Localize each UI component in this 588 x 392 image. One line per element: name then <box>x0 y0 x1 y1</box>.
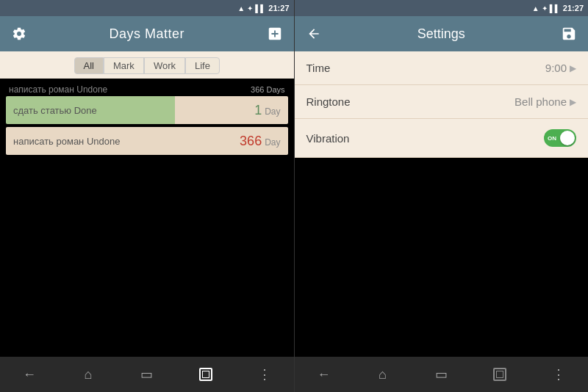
right-panel: ▲ ✦ ▌▌ 21:27 Settings Time 9:00 ▶ <box>295 0 589 392</box>
settings-row-vibration[interactable]: Vibration ON <box>295 119 589 158</box>
screenshot-button-left[interactable] <box>176 357 235 392</box>
item-count: 1 Day <box>254 103 280 118</box>
ringtone-label: Ringtone <box>306 95 351 108</box>
signal-icon-right: ▲ <box>532 4 539 12</box>
settings-row-time[interactable]: Time 9:00 ▶ <box>295 51 589 85</box>
settings-title: Settings <box>324 26 559 42</box>
summary-row: написать роман Undone 366 Days <box>6 81 288 96</box>
filter-tabs: All Mark Work Life <box>0 51 294 79</box>
settings-row-ringtone[interactable]: Ringtone Bell phone ▶ <box>295 85 589 119</box>
time-value: 9:00 ▶ <box>545 62 576 74</box>
filter-all[interactable]: All <box>74 57 104 74</box>
status-time-left: 21:27 <box>268 4 289 12</box>
status-bar-right: ▲ ✦ ▌▌ 21:27 <box>295 0 589 16</box>
save-icon <box>561 26 577 42</box>
wifi-icon: ✦ <box>247 4 253 12</box>
gear-button[interactable] <box>9 23 29 44</box>
nav-bar-right: ← ⌂ ▭ ⋮ <box>295 357 589 392</box>
back-button-right[interactable]: ← <box>295 357 354 392</box>
screenshot-button-right[interactable] <box>470 357 529 392</box>
item-count: 366 Day <box>240 134 280 149</box>
item-text: сдать статью Done <box>13 105 97 116</box>
time-label: Time <box>306 62 331 74</box>
ringtone-arrow-icon: ▶ <box>570 97 576 107</box>
summary-text: написать роман Undone <box>9 84 107 95</box>
status-time-right: 21:27 <box>563 4 584 12</box>
toggle-on-label: ON <box>548 135 556 142</box>
item-number: 366 <box>240 134 262 149</box>
battery-icon-right: ▌▌ <box>550 4 560 12</box>
back-button-left[interactable]: ← <box>0 357 59 392</box>
summary-count: 366 Days <box>251 85 284 94</box>
list-item[interactable]: сдать статью Done 1 Day <box>6 96 288 124</box>
toolbar-left: Days Matter <box>0 16 294 51</box>
items-list: написать роман Undone 366 Days сдать ста… <box>0 79 294 357</box>
recents-button-right[interactable]: ▭ <box>412 357 470 392</box>
menu-button-right[interactable]: ⋮ <box>529 357 588 392</box>
status-icons-right: ▲ ✦ ▌▌ <box>532 4 560 12</box>
settings-toolbar: Settings <box>295 16 589 51</box>
back-arrow-icon <box>306 26 321 41</box>
home-button-left[interactable]: ⌂ <box>59 357 118 392</box>
recents-button-left[interactable]: ▭ <box>118 357 176 392</box>
item-number: 1 <box>254 103 262 118</box>
save-settings-button[interactable] <box>559 23 579 44</box>
note-icon <box>267 26 283 42</box>
back-button-settings[interactable] <box>304 23 324 44</box>
signal-icon: ▲ <box>237 4 245 12</box>
filter-mark[interactable]: Mark <box>104 57 144 74</box>
battery-icon: ▌▌ <box>255 4 265 12</box>
vibration-label: Vibration <box>306 132 350 145</box>
app-title: Days Matter <box>109 26 184 42</box>
item-unit: Day <box>265 137 280 148</box>
add-note-button[interactable] <box>265 23 285 44</box>
ringtone-value: Bell phone ▶ <box>514 95 576 108</box>
item-text: написать роман Undone <box>13 136 120 147</box>
filter-life[interactable]: Life <box>185 57 220 74</box>
status-icons-left: ▲ ✦ ▌▌ <box>237 4 265 12</box>
home-button-right[interactable]: ⌂ <box>353 357 412 392</box>
filter-work[interactable]: Work <box>144 57 185 74</box>
vibration-toggle[interactable]: ON <box>544 129 576 147</box>
time-arrow-icon: ▶ <box>570 63 576 73</box>
status-bar-left: ▲ ✦ ▌▌ 21:27 <box>0 0 294 16</box>
list-item[interactable]: написать роман Undone 366 Day <box>6 127 288 155</box>
gear-icon <box>12 26 26 41</box>
menu-button-left[interactable]: ⋮ <box>235 357 294 392</box>
vibration-value: ON <box>544 129 576 147</box>
settings-content: Time 9:00 ▶ Ringtone Bell phone ▶ Vibrat… <box>295 51 589 357</box>
wifi-icon-right: ✦ <box>542 4 548 12</box>
item-unit: Day <box>265 106 280 117</box>
nav-bar-left: ← ⌂ ▭ ⋮ <box>0 357 294 392</box>
left-panel: ▲ ✦ ▌▌ 21:27 Days Matter All Mark Work L… <box>0 0 294 392</box>
